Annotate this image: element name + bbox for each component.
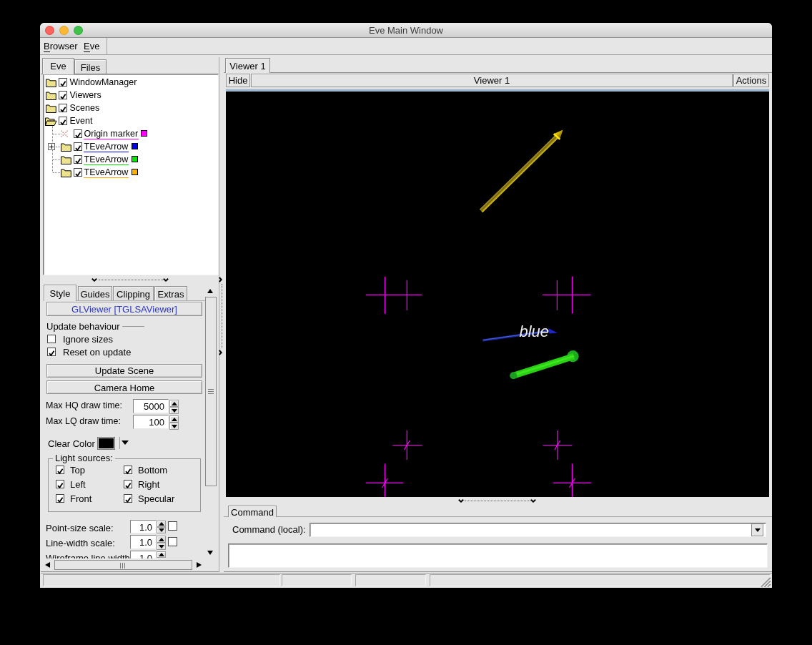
svg-text:blue: blue [520,322,550,340]
